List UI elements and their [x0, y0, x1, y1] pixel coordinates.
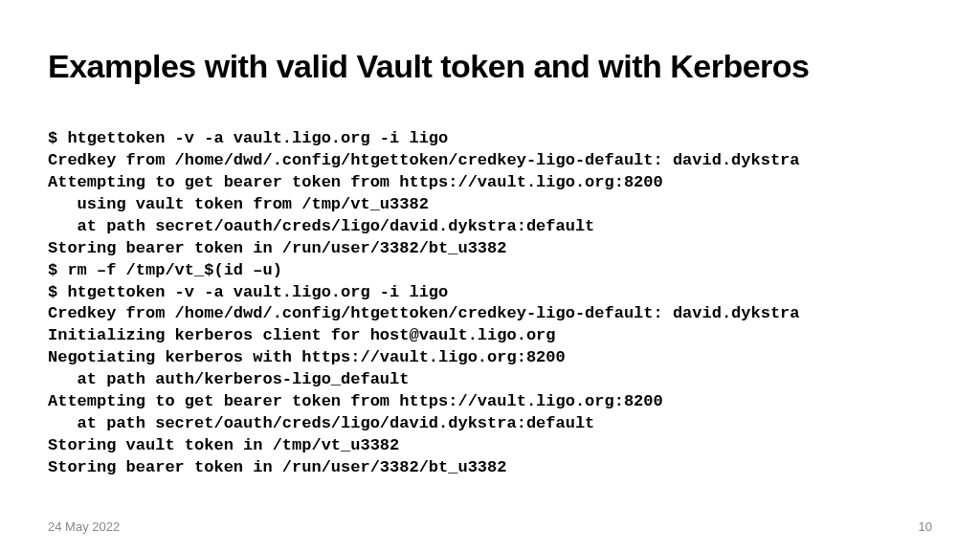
terminal-output: $ htgettoken -v -a vault.ligo.org -i lig… — [48, 106, 932, 479]
code-line: $ rm –f /tmp/vt_$(id –u) — [48, 261, 282, 279]
slide-footer: 24 May 2022 10 — [48, 519, 932, 534]
code-line: Credkey from /home/dwd/.config/htgettoke… — [48, 304, 800, 322]
footer-date: 24 May 2022 — [48, 519, 120, 534]
code-line: $ htgettoken -v -a vault.ligo.org -i lig… — [48, 283, 448, 301]
code-line: Attempting to get bearer token from http… — [48, 392, 663, 410]
footer-page-number: 10 — [919, 519, 932, 534]
code-line: Attempting to get bearer token from http… — [48, 173, 663, 191]
code-line: Storing bearer token in /run/user/3382/b… — [48, 458, 506, 476]
code-line: $ htgettoken -v -a vault.ligo.org -i lig… — [48, 129, 448, 147]
code-line: Initializing kerberos client for host@va… — [48, 326, 556, 344]
code-line: at path secret/oauth/creds/ligo/david.dy… — [48, 414, 594, 432]
code-line: Storing bearer token in /run/user/3382/b… — [48, 239, 506, 257]
code-line: Credkey from /home/dwd/.config/htgettoke… — [48, 151, 800, 169]
code-line: Storing vault token in /tmp/vt_u3382 — [48, 436, 399, 454]
slide-title: Examples with valid Vault token and with… — [48, 48, 932, 85]
code-line: using vault token from /tmp/vt_u3382 — [48, 195, 429, 213]
code-line: Negotiating kerberos with https://vault.… — [48, 348, 566, 366]
code-line: at path secret/oauth/creds/ligo/david.dy… — [48, 217, 594, 235]
code-line: at path auth/kerberos-ligo_default — [48, 370, 409, 388]
